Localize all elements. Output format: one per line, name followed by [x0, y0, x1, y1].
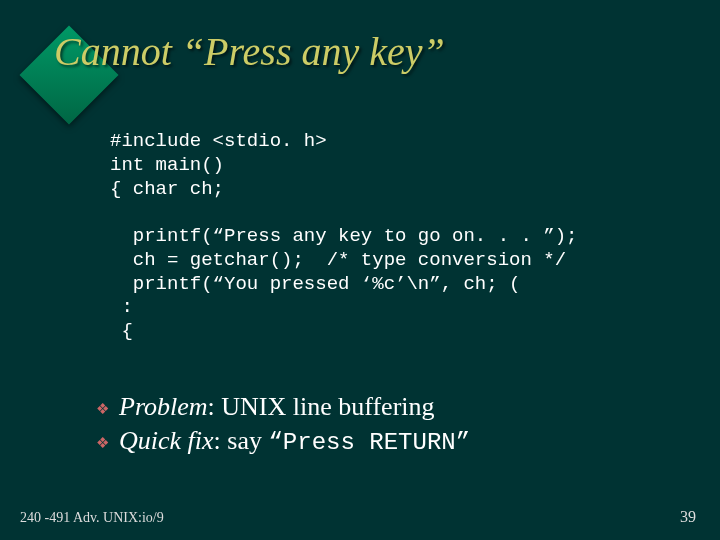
bullet-rest: : say [214, 426, 269, 455]
code-line: ch = getchar(); /* type conversion */ [110, 249, 566, 271]
code-line: : [110, 296, 133, 318]
code-block: #include <stdio. h> int main() { char ch… [110, 130, 577, 344]
code-line: #include <stdio. h> [110, 130, 327, 152]
list-item: ❖ Problem: UNIX line buffering [96, 392, 470, 422]
bullet-mono: “Press RETURN” [268, 429, 470, 456]
code-line: printf(“Press any key to go on. . . ”); [110, 225, 577, 247]
page-number: 39 [680, 508, 696, 526]
slide-title: Cannot “Press any key” [54, 28, 445, 75]
bullet-text: Problem: UNIX line buffering [119, 392, 435, 422]
diamond-bullet-icon: ❖ [96, 400, 109, 418]
bullet-rest: : UNIX line buffering [208, 392, 435, 421]
list-item: ❖ Quick fix: say “Press RETURN” [96, 426, 470, 456]
bullet-text: Quick fix: say “Press RETURN” [119, 426, 470, 456]
code-line: printf(“You pressed ‘%c’\n”, ch; ( [110, 273, 520, 295]
bullet-list: ❖ Problem: UNIX line buffering ❖ Quick f… [96, 392, 470, 460]
code-line: { [110, 320, 133, 342]
footer-left: 240 -491 Adv. UNIX:io/9 [20, 510, 164, 526]
bullet-label: Quick fix [119, 426, 214, 455]
code-line: int main() [110, 154, 224, 176]
diamond-bullet-icon: ❖ [96, 434, 109, 452]
bullet-label: Problem [119, 392, 208, 421]
code-line: { char ch; [110, 178, 224, 200]
